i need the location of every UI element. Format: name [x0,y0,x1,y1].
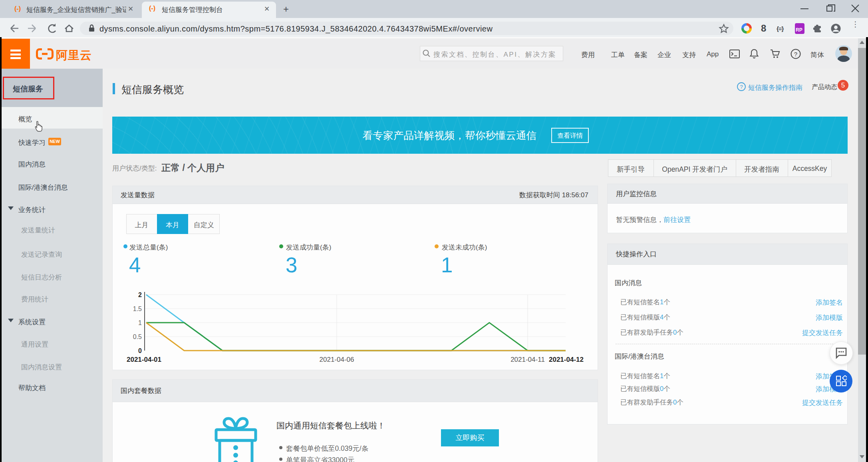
svg-text:?: ? [740,84,743,90]
svg-text:?: ? [794,51,797,58]
